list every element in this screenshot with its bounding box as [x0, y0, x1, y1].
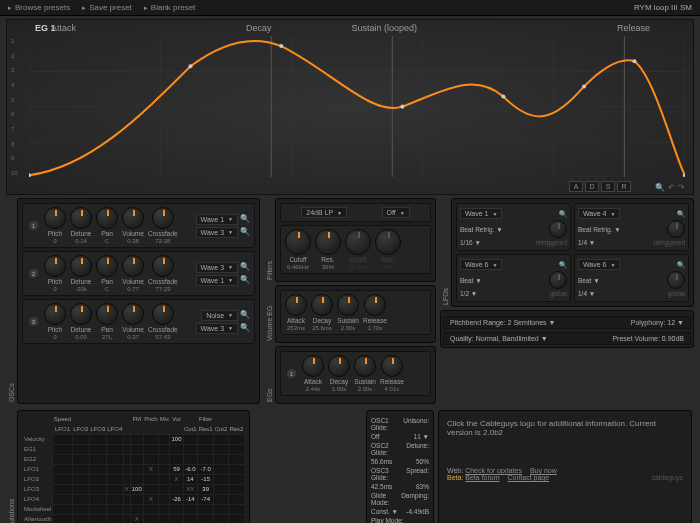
lfo4-rate[interactable]: 1/4 ▼ — [578, 290, 595, 297]
veg-decay-knob[interactable] — [311, 294, 333, 316]
search-icon[interactable]: 🔍 — [559, 210, 567, 218]
preset-volume-value[interactable]: 0.90dB — [662, 335, 684, 342]
beta-forum-link[interactable]: Beta forum — [465, 474, 499, 481]
eg-sustain-knob[interactable] — [354, 355, 376, 377]
lfo2-rate[interactable]: 1/4 ▼ — [578, 239, 595, 246]
redo-icon[interactable]: ↷ — [678, 183, 685, 192]
envelope-curve[interactable] — [29, 36, 685, 177]
search-icon[interactable]: 🔍 — [677, 261, 685, 269]
osc1-glide[interactable]: Off — [371, 433, 380, 440]
veg-attack-knob[interactable] — [285, 294, 307, 316]
search-icon[interactable]: 🔍 — [677, 210, 685, 218]
osc1-pitch-knob[interactable] — [44, 207, 66, 229]
search-icon[interactable]: 🔍 — [240, 227, 250, 238]
brand-logo[interactable]: cableguys — [651, 474, 683, 481]
unisono[interactable]: 11 ▼ — [414, 433, 429, 440]
preset-name: RYM loop III SM — [634, 3, 692, 12]
lfo1-rate[interactable]: 1/16 ▼ — [460, 239, 481, 246]
osc2-wave-b[interactable]: Wave 1 — [196, 275, 238, 286]
search-icon[interactable]: 🔍 — [559, 261, 567, 269]
buy-now-link[interactable]: Buy now — [530, 467, 557, 474]
osc3-wave-a[interactable]: Noise — [201, 310, 238, 321]
filter1-type[interactable]: 24dB LP — [301, 207, 347, 218]
polyphony-value[interactable]: 12 — [667, 319, 675, 326]
wave-slider-ticks[interactable]: 12 34 56 78 910 — [11, 38, 18, 176]
check-updates-link[interactable]: Check for updates — [465, 467, 522, 474]
cutoff-knob[interactable] — [285, 229, 311, 255]
mod-matrix[interactable]: SpeedFMPitchMixVolFilterLFO1LFO2LFO3LFO4… — [17, 410, 250, 523]
filter2-type[interactable]: Off — [382, 207, 410, 218]
search-icon[interactable]: 🔍 — [240, 323, 250, 334]
osc2-crossfade-knob[interactable] — [152, 255, 174, 277]
lfos-panel: Wave 1🔍 Beat Retrig. ▼ 1/16 ▼retriggered… — [451, 198, 694, 307]
res-knob[interactable] — [315, 229, 341, 255]
osc2-pitch-knob[interactable] — [44, 255, 66, 277]
osc2-glide[interactable]: 56.6ms — [371, 458, 392, 465]
osc2-wave-a[interactable]: Wave 3 — [196, 262, 238, 273]
contact-link[interactable]: Contact page — [508, 474, 550, 481]
modulations-label: Modulations — [6, 410, 17, 523]
svg-point-17 — [400, 105, 404, 109]
envelope-stage-labels: Attack Decay Sustain (looped) Release — [7, 23, 693, 33]
osc2-volume-knob[interactable] — [122, 255, 144, 277]
lfo4-cell: Wave 6🔍 Beat ▼ 1/4 ▼global — [574, 254, 689, 302]
damping[interactable]: -4.49dB — [406, 508, 429, 515]
osc3-pitch-knob[interactable] — [44, 303, 66, 325]
env-s-button[interactable]: S — [601, 181, 615, 192]
search-icon[interactable]: 🔍 — [240, 275, 250, 286]
osc3-detune-knob[interactable] — [70, 303, 92, 325]
veg-sustain-knob[interactable] — [337, 294, 359, 316]
zoom-in-icon[interactable]: 🔍 — [655, 183, 665, 192]
env-a-button[interactable]: A — [569, 181, 583, 192]
osc1-wave-b[interactable]: Wave 3 — [196, 227, 238, 238]
pitchbend-value[interactable]: 2 Semitones — [508, 319, 547, 326]
info-text: Click the Cableguys logo for additional … — [447, 419, 683, 437]
glide-mode[interactable]: Const. ▼ — [371, 508, 398, 515]
filters-label: Filters — [264, 198, 275, 282]
blank-preset-link[interactable]: Blank preset — [144, 3, 195, 12]
lfo4-speed-knob[interactable] — [667, 271, 685, 289]
lfo2-speed-knob[interactable] — [667, 220, 685, 238]
filters-panel: 24dB LP Off Cutoff6.46kHz Res.36% Cutoff… — [275, 198, 436, 282]
envelope-editor[interactable]: EG 1 Attack Decay Sustain (looped) Relea… — [6, 19, 694, 195]
info-panel: Click the Cableguys logo for additional … — [438, 410, 692, 523]
eg-decay-knob[interactable] — [328, 355, 350, 377]
search-icon[interactable]: 🔍 — [240, 214, 250, 225]
lfo4-wave[interactable]: Wave 6 — [578, 259, 620, 270]
env-d-button[interactable]: D — [585, 181, 599, 192]
search-icon[interactable]: 🔍 — [240, 262, 250, 273]
lfo1-wave[interactable]: Wave 1 — [460, 208, 502, 219]
lfo1-speed-knob[interactable] — [549, 220, 567, 238]
osc2-pan-knob[interactable] — [96, 255, 118, 277]
osc1-volume-knob[interactable] — [122, 207, 144, 229]
veg-release-knob[interactable] — [364, 294, 386, 316]
glide-panel: OSC1 Glide:Unisono: Off11 ▼ OSC2 Glide:D… — [366, 410, 434, 523]
osc1-detune-knob[interactable] — [70, 207, 92, 229]
osc1-wave-a[interactable]: Wave 1 — [196, 214, 238, 225]
oscs-panel: 1 Pitch0 Detune0.14 PanC Volume0.38 Cros… — [17, 198, 260, 404]
eg-release-knob[interactable] — [381, 355, 403, 377]
lfo3-wave[interactable]: Wave 6 — [460, 259, 502, 270]
lfo1-cell: Wave 1🔍 Beat Retrig. ▼ 1/16 ▼retriggered — [456, 203, 571, 251]
osc3-volume-knob[interactable] — [122, 303, 144, 325]
osc3-glide[interactable]: 42.5ms — [371, 483, 392, 490]
save-preset-link[interactable]: Save preset — [82, 3, 132, 12]
osc3-crossfade-knob[interactable] — [152, 303, 174, 325]
spread[interactable]: 83% — [416, 483, 429, 490]
osc1-pan-knob[interactable] — [96, 207, 118, 229]
detune[interactable]: 50% — [416, 458, 429, 465]
svg-point-16 — [279, 44, 283, 48]
env-r-button[interactable]: R — [617, 181, 631, 192]
eg-attack-knob[interactable] — [302, 355, 324, 377]
osc3-pan-knob[interactable] — [96, 303, 118, 325]
lfo2-wave[interactable]: Wave 4 — [578, 208, 620, 219]
undo-icon[interactable]: ↶ — [668, 183, 675, 192]
lfo3-speed-knob[interactable] — [549, 271, 567, 289]
osc1-crossfade-knob[interactable] — [152, 207, 174, 229]
search-icon[interactable]: 🔍 — [240, 310, 250, 321]
browse-presets-link[interactable]: Browse presets — [8, 3, 70, 12]
osc2-detune-knob[interactable] — [70, 255, 92, 277]
lfo3-rate[interactable]: 1/2 ▼ — [460, 290, 477, 297]
quality-value[interactable]: Normal, Bandlimited — [476, 335, 539, 342]
osc3-wave-b[interactable]: Wave 3 — [196, 323, 238, 334]
